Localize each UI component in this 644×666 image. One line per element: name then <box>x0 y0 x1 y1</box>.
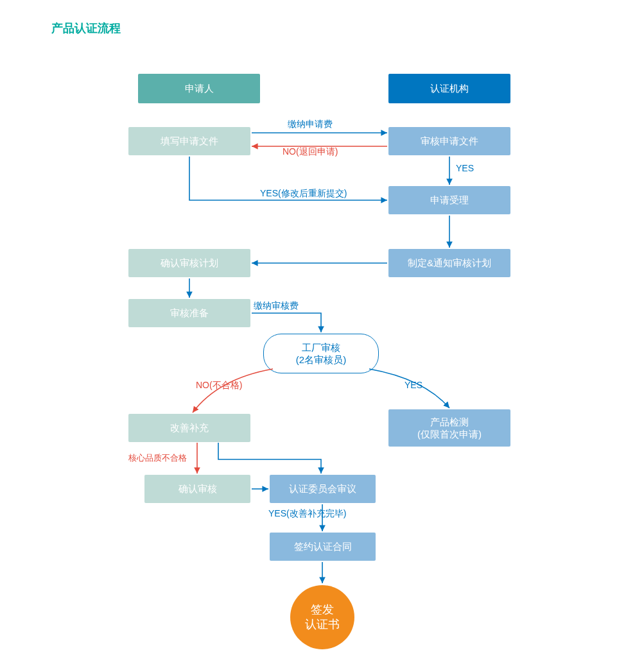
label-pay-audit-fee: 缴纳审核费 <box>254 300 299 312</box>
node-sign-contract: 签约认证合同 <box>270 533 376 561</box>
header-applicant: 申请人 <box>138 74 260 103</box>
factory-audit-line2: (2名审核员) <box>296 354 346 366</box>
product-test-line1: 产品检测 <box>430 416 469 429</box>
label-pay-app-fee: 缴纳申请费 <box>288 119 333 130</box>
label-yes-2: YES <box>405 380 422 390</box>
node-application-accept: 申请受理 <box>388 186 510 214</box>
node-improve-supplement: 改善补充 <box>128 414 250 442</box>
node-fill-application: 填写申请文件 <box>128 127 250 155</box>
node-make-audit-plan: 制定&通知审核计划 <box>388 249 510 277</box>
page-title: 产品认证流程 <box>51 21 121 36</box>
issue-cert-line1: 签发 <box>311 602 334 617</box>
label-yes-1: YES <box>456 163 474 173</box>
issue-cert-line2: 认证书 <box>305 617 340 632</box>
product-test-line2: (仅限首次申请) <box>417 428 482 441</box>
node-factory-audit: 工厂审核 (2名审核员) <box>263 334 379 373</box>
factory-audit-line1: 工厂审核 <box>302 341 340 354</box>
arrow-prep-to-factory <box>252 313 321 332</box>
node-confirm-audit-plan: 确认审核计划 <box>128 249 250 277</box>
label-yes-improved: YES(改善补充完毕) <box>268 508 346 520</box>
node-product-test: 产品检测 (仅限首次申请) <box>388 409 510 447</box>
connectors <box>0 0 644 666</box>
node-committee-review: 认证委员会审议 <box>270 475 376 503</box>
arrow-improve-to-committee <box>218 443 321 474</box>
label-no-return: NO(退回申请) <box>283 146 338 158</box>
header-cert-body: 认证机构 <box>388 74 510 103</box>
node-confirm-audit: 确认审核 <box>144 475 250 503</box>
label-no-fail: NO(不合格) <box>196 380 242 391</box>
node-review-application: 审核申请文件 <box>388 127 510 155</box>
node-issue-cert: 签发 认证书 <box>290 585 354 649</box>
label-yes-resubmit: YES(修改后重新提交) <box>260 188 347 200</box>
label-core-fail: 核心品质不合格 <box>128 452 187 464</box>
node-audit-prep: 审核准备 <box>128 299 250 327</box>
